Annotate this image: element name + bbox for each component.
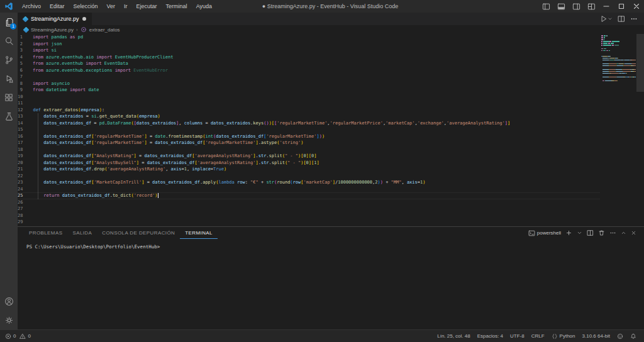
code-line-4[interactable]: 4from azure.eventhub.aio import EventHub… (18, 54, 644, 61)
panel-tab-consola-de-depuraci-n[interactable]: CONSOLA DE DEPURACIÓN (97, 227, 180, 239)
cursor-position-status[interactable]: Lín. 25, col. 48 (437, 333, 470, 339)
menu-ayuda[interactable]: Ayuda (192, 0, 216, 13)
tab-streamingazure[interactable]: StreamingAzure.py (18, 13, 92, 25)
close-panel-icon[interactable] (631, 230, 636, 236)
panel-tab-problemas[interactable]: PROBLEMAS (24, 227, 67, 239)
menu-ejecutar[interactable]: Ejecutar (132, 0, 162, 13)
code-line-16[interactable]: 16 datos_extraidos_df['regularMarketTime… (18, 133, 644, 140)
close-button[interactable] (629, 0, 644, 13)
code-line-13[interactable]: 13 datos_extraidos = si.get_quote_data(e… (18, 113, 644, 120)
code-line-12[interactable]: 12def extraer_datos(empresa): (18, 107, 644, 114)
account-icon[interactable] (0, 292, 18, 311)
layout-panel-icon[interactable] (553, 0, 569, 13)
panel-tab-terminal[interactable]: TERMINAL (180, 227, 218, 239)
code-line-24[interactable]: 24 (18, 186, 644, 193)
line-content: def extraer_datos(empresa): (28, 107, 104, 114)
line-content: import si (28, 47, 57, 54)
code-line-20[interactable]: 20 datos_extraidos_df["AnalystBuySell"] … (18, 160, 644, 167)
bottom-panel: PROBLEMASSALIDACONSOLA DE DEPURACIÓNTERM… (18, 226, 644, 329)
indentation-status[interactable]: Espacios: 4 (477, 333, 503, 339)
panel-tab-salida[interactable]: SALIDA (67, 227, 97, 239)
unsaved-dot-icon[interactable] (82, 17, 86, 21)
split-terminal-icon[interactable] (587, 229, 594, 236)
code-line-5[interactable]: 5from azure.eventhub import EventData (18, 60, 644, 67)
python-interpreter-status[interactable]: 3.10.6 64-bit (582, 333, 610, 339)
code-line-19[interactable]: 19 datos_extraidos_df["AnalystRating"] =… (18, 153, 644, 160)
testing-icon[interactable] (0, 107, 18, 126)
encoding-status[interactable]: UTF-8 (510, 333, 525, 339)
line-content: return datos_extraidos_df.to_dict('recor… (28, 192, 158, 199)
code-line-3[interactable]: 3import si (18, 47, 644, 54)
problems-status[interactable]: 0 0 (5, 333, 31, 339)
code-line-27[interactable]: 27 (18, 206, 644, 212)
code-line-10[interactable]: 10 (18, 94, 644, 101)
line-number: 20 (18, 160, 28, 167)
code-line-25[interactable]: 25 return datos_extraidos_df.to_dict('re… (18, 192, 644, 199)
code-line-1[interactable]: 1import pandas as pd (18, 34, 644, 41)
code-line-17[interactable]: 17 datos_extraidos_df['regularMarketTime… (18, 140, 644, 146)
shell-selector[interactable]: powershell (528, 230, 561, 236)
code-line-29[interactable]: 29 (18, 219, 644, 226)
extensions-icon[interactable] (0, 88, 18, 107)
minimap[interactable] (601, 35, 636, 90)
terminal[interactable]: PS C:\Users\Usuario\Desktop\Portfolio\Ev… (18, 239, 644, 250)
code-line-8[interactable]: 8import asyncio (18, 80, 644, 87)
source-control-icon[interactable] (0, 50, 18, 69)
minimize-button[interactable] (599, 0, 614, 13)
menu-terminal[interactable]: Terminal (162, 0, 192, 13)
menu-ir[interactable]: Ir (119, 0, 132, 13)
line-content (28, 94, 33, 101)
breadcrumb-file[interactable]: StreamingAzure.py (31, 27, 74, 33)
code-line-26[interactable]: 26 (18, 199, 644, 206)
layout-sidebar-right-icon[interactable] (569, 0, 584, 13)
language-mode-status[interactable]: Python (552, 333, 575, 339)
menu-ver[interactable]: Ver (103, 0, 120, 13)
code-line-21[interactable]: 21 datos_extraidos_df.drop('averageAnaly… (18, 166, 644, 173)
more-actions-icon[interactable] (630, 15, 638, 23)
layout-customize-icon[interactable] (584, 0, 599, 13)
breadcrumb-symbol[interactable]: extraer_datos (89, 27, 120, 33)
code-line-9[interactable]: 9from datetime import date (18, 87, 644, 94)
terminal-prompt: PS C:\Users\Usuario\Desktop\Portfolio\Ev… (26, 244, 160, 250)
eol-status[interactable]: CRLF (531, 333, 545, 339)
maximize-panel-icon[interactable] (621, 230, 626, 236)
line-number: 21 (18, 166, 28, 173)
layout-sidebar-left-icon[interactable] (538, 0, 553, 13)
code-line-28[interactable]: 28 (18, 212, 644, 219)
feedback-icon[interactable] (617, 333, 623, 339)
line-content: datos_extraidos_df['regularMarketTime'] … (28, 140, 303, 146)
terminal-icon (528, 230, 535, 236)
run-debug-icon[interactable] (0, 69, 18, 88)
code-line-15[interactable]: 15 (18, 126, 644, 133)
notifications-bell-icon[interactable] (630, 333, 636, 339)
code-area[interactable]: 1import pandas as pd2import json3import … (18, 34, 644, 226)
panel-more-icon[interactable] (609, 229, 616, 236)
line-content (28, 199, 33, 206)
split-editor-icon[interactable] (618, 15, 625, 23)
code-line-11[interactable]: 11 (18, 100, 644, 107)
breadcrumb-separator: › (76, 27, 78, 33)
code-line-7[interactable]: 7 (18, 74, 644, 80)
settings-gear-icon[interactable] (0, 311, 18, 329)
line-number: 3 (18, 47, 28, 54)
code-line-23[interactable]: 23 datos_extraidos_df['MarketCapInTrill'… (18, 179, 644, 186)
editor-scrollbar[interactable] (636, 34, 644, 92)
menu-archivo[interactable]: Archivo (18, 0, 45, 13)
code-line-2[interactable]: 2import json (18, 41, 644, 48)
code-line-18[interactable]: 18 (18, 146, 644, 153)
code-line-6[interactable]: 6from azure.eventhub.exceptions import E… (18, 67, 644, 74)
run-python-file-button[interactable] (600, 15, 613, 23)
kill-terminal-icon[interactable] (598, 229, 605, 236)
search-icon[interactable] (0, 31, 18, 50)
menu-editar[interactable]: Editar (45, 0, 69, 13)
code-line-14[interactable]: 14 datos_extraidos_df = pd.DataFrame([da… (18, 120, 644, 127)
line-number: 12 (18, 107, 28, 114)
maximize-button[interactable] (614, 0, 629, 13)
menu-seleccin[interactable]: Selección (69, 0, 103, 13)
code-line-22[interactable]: 22 (18, 173, 644, 180)
explorer-icon[interactable]: 1 (0, 13, 18, 31)
line-content: datos_extraidos = si.get_quote_data(empr… (28, 113, 160, 120)
line-content: import json (28, 41, 62, 48)
new-terminal-icon[interactable] (565, 229, 572, 236)
terminal-dropdown-icon[interactable] (577, 230, 582, 236)
